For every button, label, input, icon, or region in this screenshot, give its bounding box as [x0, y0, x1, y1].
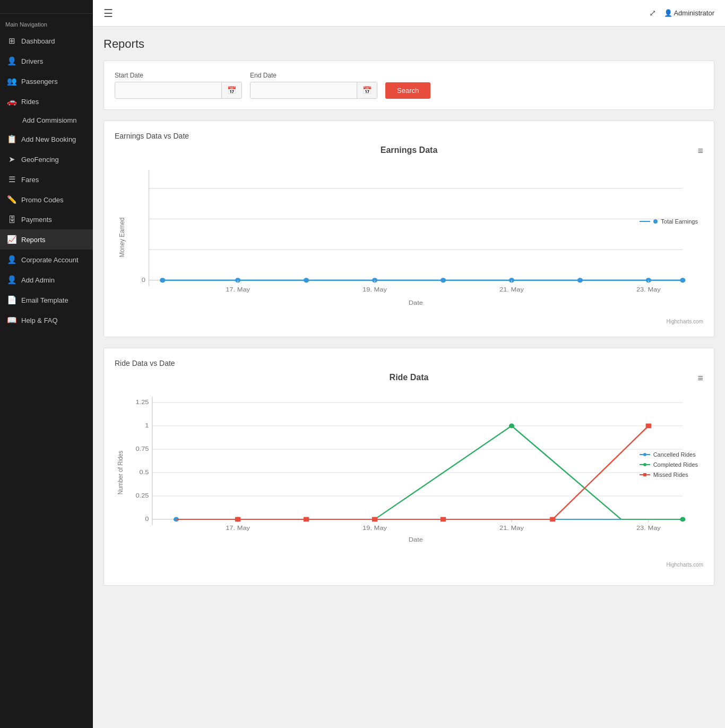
rides-legend-completed: Completed Rides [640, 461, 698, 468]
svg-rect-59 [441, 517, 446, 522]
sidebar-item-corporate-account[interactable]: 👤 Corporate Account [0, 250, 93, 270]
sidebar-item-help-faq[interactable]: 📖 Help & FAQ [0, 310, 93, 330]
total-earnings-dot [653, 219, 658, 224]
rides-chart-area: Ride Data ≡ Number of Rides 0 [115, 373, 703, 575]
svg-rect-60 [550, 517, 555, 522]
rides-legend-missed: Missed Rides [640, 472, 698, 478]
email-icon: 📄 [6, 295, 17, 305]
sidebar-label-dashboard: Dashboard [21, 37, 55, 45]
expand-icon[interactable]: ⤢ [649, 8, 656, 18]
earnings-legend: Total Earnings [640, 218, 698, 225]
svg-rect-57 [304, 517, 309, 522]
earnings-chart-title: Earnings Data [115, 145, 703, 155]
sidebar: Main Navigation ⊞ Dashboard 👤 Drivers 👥 … [0, 0, 93, 728]
svg-text:19. May: 19. May [362, 525, 387, 532]
topbar: ☰ ⤢ 👤 Administrator [93, 0, 725, 27]
sidebar-item-geofencing[interactable]: ➤ GeoFencing [0, 149, 93, 169]
svg-text:19. May: 19. May [362, 286, 387, 293]
svg-rect-61 [646, 424, 651, 429]
svg-text:1: 1 [145, 422, 149, 429]
sidebar-label-add-admin: Add Admin [21, 276, 55, 284]
rides-chart-wrap: Number of Rides 0 0.25 0.5 0.75 1 [115, 385, 703, 560]
svg-text:17. May: 17. May [226, 525, 250, 532]
end-date-calendar-icon[interactable]: 📅 [357, 82, 377, 98]
payments-icon: 🗄 [6, 215, 17, 224]
start-date-group: Start Date 📅 [115, 72, 242, 99]
rides-chart-menu-icon[interactable]: ≡ [697, 373, 703, 384]
svg-text:0.25: 0.25 [135, 492, 149, 499]
svg-point-16 [680, 278, 685, 282]
dashboard-icon: ⊞ [6, 36, 17, 46]
sidebar-item-add-new-booking[interactable]: 📋 Add New Booking [0, 129, 93, 149]
admin-person-icon: 👤 [664, 9, 672, 17]
sidebar-label-reports: Reports [21, 236, 46, 244]
earnings-chart-area: Earnings Data ≡ Money Earned [115, 145, 703, 326]
sidebar-label-geofencing: GeoFencing [21, 156, 59, 164]
promo-icon: ✏️ [6, 195, 17, 204]
svg-point-63 [643, 453, 646, 456]
end-date-input-wrap: 📅 [250, 82, 377, 99]
sidebar-brand [0, 0, 93, 14]
sidebar-item-email-template[interactable]: 📄 Email Template [0, 290, 93, 310]
svg-text:0.75: 0.75 [135, 446, 149, 452]
sidebar-item-add-commission[interactable]: Add Commisiomn [0, 112, 93, 129]
rides-chart-credit: Highcharts.com [115, 562, 703, 568]
start-date-calendar-icon[interactable]: 📅 [221, 82, 241, 98]
help-icon: 📖 [6, 315, 17, 325]
svg-rect-58 [372, 517, 377, 522]
fares-icon: ☰ [6, 175, 17, 184]
sidebar-label-corporate-account: Corporate Account [21, 256, 79, 264]
topbar-right: ⤢ 👤 Administrator [649, 8, 714, 18]
svg-point-55 [680, 517, 685, 522]
svg-text:23. May: 23. May [636, 525, 661, 532]
sidebar-label-email-template: Email Template [21, 296, 68, 304]
end-date-input[interactable] [251, 83, 357, 98]
earnings-legend-total: Total Earnings [640, 218, 698, 225]
svg-text:0.5: 0.5 [140, 469, 149, 476]
svg-rect-56 [235, 517, 240, 522]
search-button[interactable]: Search [385, 82, 430, 99]
rides-chart-card: Ride Data vs Date Ride Data ≡ Number of … [103, 348, 714, 586]
svg-text:Date: Date [409, 536, 424, 543]
earnings-chart-wrap: Money Earned 0 [115, 158, 703, 317]
svg-text:0: 0 [142, 277, 145, 284]
sidebar-section-label: Main Navigation [0, 14, 93, 31]
earnings-chart-menu-icon[interactable]: ≡ [697, 145, 703, 157]
page-title: Reports [103, 37, 714, 51]
svg-point-65 [643, 463, 646, 466]
sidebar-item-reports[interactable]: 📈 Reports [0, 229, 93, 250]
sidebar-label-promo-codes: Promo Codes [21, 196, 63, 204]
svg-point-8 [160, 278, 165, 282]
svg-text:21. May: 21. May [499, 525, 524, 532]
sidebar-item-fares[interactable]: ☰ Fares [0, 169, 93, 190]
end-date-group: End Date 📅 [250, 72, 377, 99]
svg-point-54 [509, 424, 514, 429]
sidebar-item-payments[interactable]: 🗄 Payments [0, 210, 93, 229]
end-date-label: End Date [250, 72, 377, 79]
rides-icon: 🚗 [6, 97, 17, 106]
svg-text:21. May: 21. May [499, 286, 524, 293]
sidebar-item-add-admin[interactable]: 👤 Add Admin [0, 270, 93, 290]
sidebar-item-promo-codes[interactable]: ✏️ Promo Codes [0, 190, 93, 210]
corporate-icon: 👤 [6, 255, 17, 264]
main-content: ☰ ⤢ 👤 Administrator Reports Start Date 📅 [93, 0, 725, 728]
rides-legend-cancelled: Cancelled Rides [640, 451, 698, 458]
earnings-chart-credit: Highcharts.com [115, 319, 703, 324]
svg-text:Money Earned: Money Earned [118, 217, 126, 257]
sidebar-item-drivers[interactable]: 👤 Drivers [0, 51, 93, 71]
svg-text:17. May: 17. May [226, 286, 251, 293]
missed-rides-label: Missed Rides [653, 472, 688, 478]
sidebar-item-dashboard[interactable]: ⊞ Dashboard [0, 31, 93, 51]
start-date-input[interactable] [115, 83, 221, 98]
sidebar-item-rides[interactable]: 🚗 Rides [0, 91, 93, 112]
geofencing-icon: ➤ [6, 155, 17, 164]
rides-svg: Number of Rides 0 0.25 0.5 0.75 1 [115, 385, 703, 560]
sidebar-item-passengers[interactable]: 👥 Passengers [0, 71, 93, 91]
sidebar-label-help-faq: Help & FAQ [21, 316, 58, 324]
earnings-chart-card: Earnings Data vs Date Earnings Data ≡ Mo… [103, 121, 714, 337]
svg-text:0: 0 [145, 516, 149, 523]
svg-point-12 [441, 278, 446, 282]
drivers-icon: 👤 [6, 56, 17, 66]
hamburger-button[interactable]: ☰ [103, 7, 113, 20]
completed-rides-label: Completed Rides [653, 461, 698, 468]
